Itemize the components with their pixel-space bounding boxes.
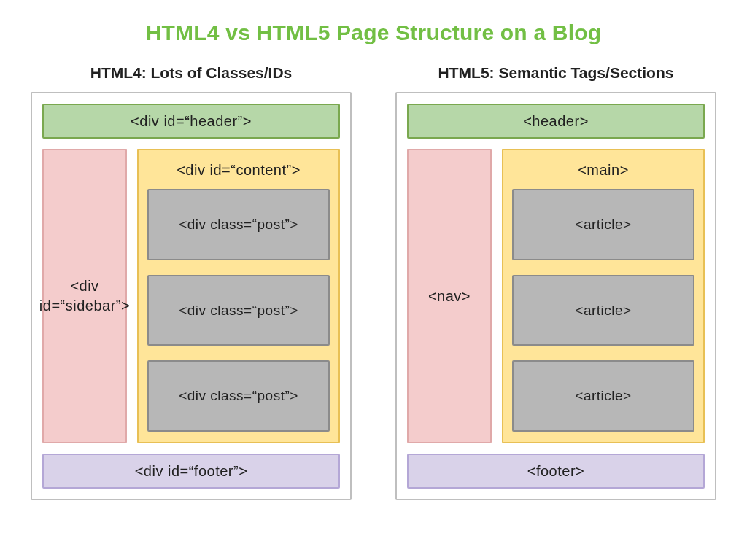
html5-frame: <header> <nav> <main> <article> <ar [395,92,716,500]
html5-article-box: <article> [512,360,694,432]
html5-footer-box: <footer> [407,454,705,489]
html5-article-box: <article> [512,275,694,346]
html4-mid-row: <div id=“sidebar”> <div id=“content”> <d… [42,149,340,443]
html5-article-box: <article> [512,189,694,260]
html4-post-label: <div class=“post”> [179,217,298,233]
html5-article-label: <article> [575,388,631,404]
html4-content-box: <div id=“content”> <div class=“post”> <d… [137,149,340,443]
html4-post-label: <div class=“post”> [179,388,298,404]
html5-subtitle: HTML5: Semantic Tags/Sections [395,64,716,82]
html4-frame: <div id=“header”> <div id=“sidebar”> <di… [31,92,352,500]
html5-footer-label: <footer> [527,463,585,480]
html5-header-box: <header> [407,104,705,139]
html4-header-box: <div id=“header”> [42,104,340,139]
html4-sidebar-label: <div id=“sidebar”> [39,276,130,316]
html4-column: HTML4: Lots of Classes/IDs <div id=“head… [31,64,352,500]
html5-column: HTML5: Semantic Tags/Sections <header> <… [395,64,716,500]
html4-post-box: <div class=“post”> [147,360,330,432]
html5-main-box: <main> <article> <article> <article> [502,149,705,443]
html5-articles-stack: <article> <article> <article> [512,189,694,432]
html4-posts-stack: <div class=“post”> <div class=“post”> <d… [147,189,330,432]
html4-sidebar-box: <div id=“sidebar”> [42,149,127,443]
main-title: HTML4 vs HTML5 Page Structure on a Blog [28,20,719,45]
html5-main-label: <main> [512,158,694,189]
diagram-stage: HTML4 vs HTML5 Page Structure on a Blog … [0,0,747,560]
html4-footer-box: <div id=“footer”> [42,454,340,489]
html5-article-label: <article> [575,217,631,233]
html4-content-label: <div id=“content”> [147,158,330,189]
html4-subtitle: HTML4: Lots of Classes/IDs [31,64,352,82]
html4-footer-label: <div id=“footer”> [135,463,248,480]
html5-nav-label: <nav> [428,287,471,306]
html5-mid-row: <nav> <main> <article> <article> [407,149,705,443]
html5-article-label: <article> [575,303,631,319]
html4-post-label: <div class=“post”> [179,303,298,319]
html4-post-box: <div class=“post”> [147,189,330,260]
html5-header-label: <header> [523,113,589,130]
html4-header-label: <div id=“header”> [131,113,252,130]
columns-wrapper: HTML4: Lots of Classes/IDs <div id=“head… [28,64,719,500]
html5-nav-box: <nav> [407,149,492,443]
html4-post-box: <div class=“post”> [147,275,330,346]
